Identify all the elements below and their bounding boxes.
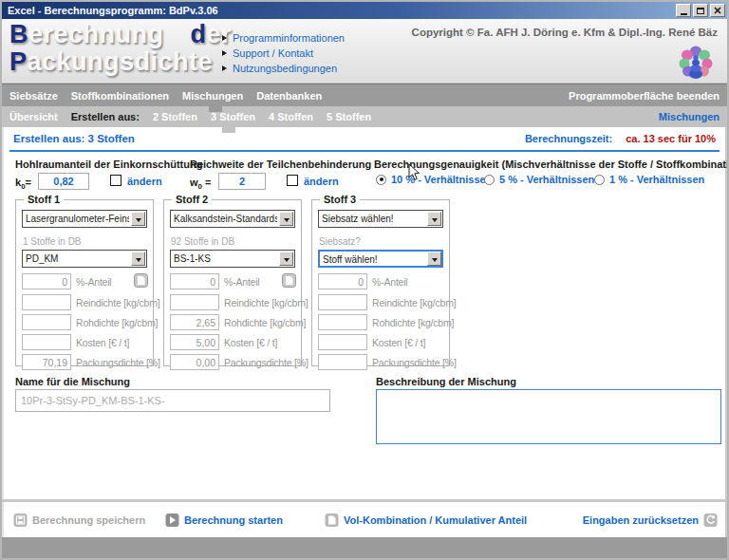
maximize-icon	[697, 8, 704, 14]
pin-value-button[interactable]	[282, 273, 296, 288]
reichweite-title: Reichweite der Teilchenbehinderung	[190, 159, 371, 170]
pin-value-button[interactable]	[134, 273, 148, 288]
vol-kombination-button[interactable]: Vol-Kombination / Kumulativer Anteil	[325, 513, 527, 527]
copyright-text: Copyright © Fa. AFH J. Döring e. Kfm & D…	[412, 27, 718, 38]
radio-icon[interactable]	[376, 175, 386, 185]
submenu-item-3-stoffen[interactable]: 3 Stoffen	[211, 111, 255, 122]
sub-menu: Übersicht Erstellen aus: 2 Stoffen 3 Sto…	[2, 106, 727, 127]
stoff3-kosten-label: Kosten [€ / t]	[372, 337, 425, 348]
minimize-icon	[681, 13, 687, 15]
mischung-desc-label: Beschreibung der Mischung	[376, 376, 516, 387]
k0-aendern-checkbox[interactable]	[110, 175, 122, 186]
play-icon	[165, 513, 179, 527]
stoff3-packungsdichte-input[interactable]	[318, 354, 367, 370]
stoff2-db-info: 92 Stoffe in DB	[171, 236, 234, 247]
start-button[interactable]: Berechnung starten	[165, 513, 283, 527]
maximize-button[interactable]	[693, 4, 708, 17]
link-programminformationen[interactable]: Programminformationen	[222, 30, 345, 46]
active-menu-indicator	[209, 104, 222, 112]
chevron-down-icon[interactable]	[427, 212, 441, 226]
arrow-right-icon	[222, 50, 227, 56]
stoff1-rohdichte-input[interactable]	[22, 314, 71, 330]
stoff3-anteil-input[interactable]	[318, 273, 367, 289]
chevron-down-icon[interactable]	[279, 212, 293, 226]
mischung-name-label: Name für die Mischung	[15, 376, 130, 387]
w0-aendern-label[interactable]: ändern	[304, 176, 339, 187]
stoff2-rohdichte-input[interactable]	[170, 314, 219, 330]
w0-input[interactable]	[218, 173, 266, 190]
submenu-item-5-stoffen[interactable]: 5 Stoffen	[327, 111, 371, 122]
chevron-down-icon[interactable]	[131, 212, 145, 226]
k0-aendern-label[interactable]: ändern	[127, 176, 162, 187]
stoff1-anteil-input[interactable]	[22, 273, 71, 289]
radio-10-prozent[interactable]: 10 % - Verhältnissen	[376, 174, 492, 185]
stoff2-stoff-select[interactable]: BS-1-KS	[170, 250, 295, 268]
radio-1-prozent[interactable]: 1 % - Verhältnissen	[594, 174, 704, 185]
stoff2-reindichte-input[interactable]	[170, 294, 219, 310]
window-title: Excel - Berechnungsprogramm: BdPv.3.06	[8, 5, 218, 16]
stoff3-legend: Stoff 3	[320, 194, 360, 205]
chevron-down-icon[interactable]	[427, 252, 441, 266]
app-window: Excel - Berechnungsprogramm: BdPv.3.06 B…	[0, 0, 729, 560]
submenu-item-4-stoffen[interactable]: 4 Stoffen	[269, 111, 313, 122]
window-titlebar[interactable]: Excel - Berechnungsprogramm: BdPv.3.06	[2, 2, 727, 19]
mischung-name-input[interactable]	[15, 389, 330, 412]
menu-item-datenbanken[interactable]: Datenbanken	[256, 90, 322, 102]
arrow-right-icon	[222, 35, 227, 41]
stoff1-panel: Stoff 1 Lasergranulometer-Feinsiebsatz 1…	[15, 199, 154, 366]
menu-item-mischungen[interactable]: Mischungen	[182, 90, 243, 102]
close-icon	[714, 7, 721, 14]
close-button[interactable]	[710, 4, 725, 17]
link-support-kontakt[interactable]: Support / Kontakt	[222, 46, 345, 61]
stoff1-reindichte-input[interactable]	[22, 294, 71, 310]
stoff3-rohdichte-input[interactable]	[318, 314, 367, 330]
stoff1-legend: Stoff 1	[24, 194, 64, 205]
menu-item-beenden[interactable]: Programmoberfläche beenden	[569, 90, 720, 102]
submenu-item-uebersicht[interactable]: Übersicht	[9, 111, 58, 122]
w0-aendern-checkbox[interactable]	[287, 175, 298, 186]
stoff1-anteil-label: %-Anteil	[76, 276, 112, 288]
logo-line-1: Berechnungder	[9, 21, 232, 48]
stoff2-siebsatz-select[interactable]: Kalksandstein-Standardsiebsatz	[170, 210, 295, 228]
minimize-button[interactable]	[676, 4, 691, 17]
radio-5-prozent[interactable]: 5 % - Verhältnissen	[484, 174, 594, 185]
stoff2-anteil-label: %-Anteil	[224, 276, 260, 288]
stoff2-panel: Stoff 2 Kalksandstein-Standardsiebsatz 9…	[163, 199, 302, 366]
stoff1-kosten-input[interactable]	[22, 334, 71, 350]
stoff1-siebsatz-select[interactable]: Lasergranulometer-Feinsiebsatz	[22, 210, 147, 228]
submenu-label-erstellen-aus: Erstellen aus:	[71, 111, 140, 122]
reset-button[interactable]: Eingaben zurücksetzen	[583, 513, 718, 527]
stoff1-rohdichte-label: Rohdichte [kg/cbm]	[76, 317, 158, 328]
mischung-desc-textarea[interactable]	[376, 389, 721, 444]
chevron-down-icon[interactable]	[279, 252, 293, 266]
action-bar: Berechnung speichern Berechnung starten …	[2, 502, 727, 537]
radio-icon[interactable]	[484, 175, 495, 185]
menu-item-siebsaetze[interactable]: Siebsätze	[9, 90, 58, 102]
save-button[interactable]: Berechnung speichern	[13, 513, 145, 527]
stoff2-packungsdichte-input[interactable]	[170, 354, 219, 370]
stoff3-stoff-select[interactable]: Stoff wählen!	[318, 250, 443, 268]
stoff3-kosten-input[interactable]	[318, 334, 367, 350]
stoff3-packungsdichte-label: Packungsdichte [%]	[372, 357, 457, 368]
radio-icon[interactable]	[594, 175, 605, 185]
stoff1-packungsdichte-input[interactable]	[22, 354, 71, 370]
stoff1-packungsdichte-label: Packungsdichte [%]	[76, 357, 160, 368]
submenu-section-label: Mischungen	[659, 111, 720, 122]
mouse-cursor	[408, 163, 421, 181]
k0-input[interactable]	[38, 173, 89, 190]
stoff3-panel: Stoff 3 Siebsatz wählen! Siebsatz? Stoff…	[311, 199, 450, 366]
stoff2-legend: Stoff 2	[172, 194, 212, 205]
stoff1-stoff-select[interactable]: PD_KM	[22, 250, 147, 268]
stoff3-reindichte-input[interactable]	[318, 294, 367, 310]
link-nutzungsbedingungen[interactable]: Nutzungsbedingungen	[222, 61, 345, 76]
chevron-down-icon[interactable]	[131, 252, 145, 266]
menu-item-stoffkombinationen[interactable]: Stoffkombinationen	[71, 90, 169, 102]
undo-icon	[703, 513, 718, 527]
stoff1-reindichte-label: Reindichte [kg/cbm]	[76, 297, 159, 308]
stoff2-kosten-input[interactable]	[170, 334, 219, 350]
stoff2-anteil-input[interactable]	[170, 273, 219, 289]
stoff3-siebsatz-select[interactable]: Siebsatz wählen!	[318, 210, 443, 228]
submenu-item-2-stoffen[interactable]: 2 Stoffen	[153, 111, 197, 122]
w0-label: w0 =	[190, 177, 212, 191]
stoff2-packungsdichte-label: Packungsdichte [%]	[224, 357, 308, 368]
